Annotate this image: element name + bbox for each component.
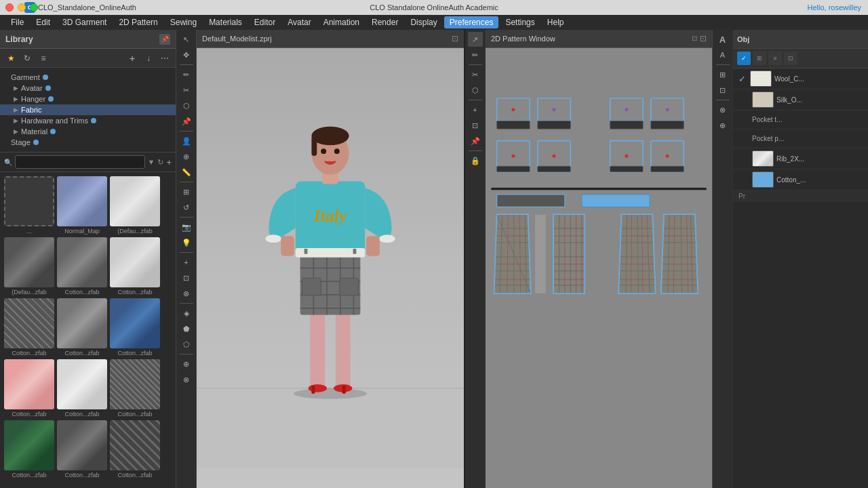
tool-garment-add[interactable]: + (179, 255, 194, 270)
tool-extra1[interactable]: ◈ (179, 306, 194, 321)
menu-preferences[interactable]: Preferences (444, 16, 499, 28)
tool-move[interactable]: ✥ (179, 47, 194, 62)
prop-swatch-0[interactable] (750, 70, 772, 87)
tool-2d-cut[interactable]: ✂ (468, 67, 483, 82)
menu-edit[interactable]: Edit (31, 16, 56, 28)
menu-animation[interactable]: Animation (318, 16, 365, 28)
menu-sewing[interactable]: Sewing (165, 16, 202, 28)
lib-nav-menu[interactable]: ≡ (37, 52, 50, 65)
tool-pose[interactable]: ⊕ (179, 149, 194, 164)
tool-2d-select[interactable]: ↗ (468, 32, 483, 47)
tool-2d-sew[interactable]: ⬡ (468, 83, 483, 98)
list-item[interactable]: (Defau...zfab (110, 176, 160, 235)
prop-swatch-5[interactable] (752, 171, 774, 188)
search-input[interactable] (15, 155, 145, 169)
prop-swatch-4[interactable] (752, 150, 774, 167)
list-item[interactable]: Cotton...zfab (57, 420, 107, 479)
tool-2d-edit[interactable]: ✏ (468, 47, 483, 62)
menu-avatar[interactable]: Avatar (282, 16, 316, 28)
tree-garment[interactable]: Garment (0, 72, 176, 83)
tool-cut[interactable]: ✂ (179, 83, 194, 98)
menu-3d-garment[interactable]: 3D Garment (57, 16, 112, 28)
view-3d-title: Default_Modelist.zprj (202, 35, 272, 43)
tree-avatar[interactable]: ▶ Avatar (0, 83, 176, 94)
tree-material[interactable]: ▶ Material (0, 126, 176, 137)
tool-sew[interactable]: ⬡ (179, 98, 194, 113)
list-item[interactable]: Cotton...zfab (57, 237, 107, 296)
view-3d-maximize[interactable]: ⊡ (452, 34, 458, 43)
prop-tab-0[interactable]: ✓ (737, 52, 751, 65)
tool-2d-align[interactable]: ⊡ (715, 83, 730, 98)
tool-2d-lock[interactable]: 🔒 (468, 153, 483, 168)
tool-2d-arrange2[interactable]: ⊕ (715, 118, 730, 133)
list-item[interactable]: Cotton...zfab (110, 237, 160, 296)
close-button[interactable] (5, 3, 14, 12)
prop-tab-1[interactable]: ⊞ (753, 52, 766, 65)
view-2d-viewport[interactable] (486, 48, 712, 488)
tree-fabric[interactable]: ▶ Fabric (0, 104, 176, 115)
lib-nav-refresh[interactable]: ↻ (20, 52, 34, 65)
list-item[interactable]: ... (4, 176, 54, 235)
menu-help[interactable]: Help (542, 16, 570, 28)
lib-nav-add[interactable]: + (125, 52, 139, 65)
tool-light[interactable]: 💡 (179, 235, 194, 250)
tool-weld[interactable]: ⊕ (179, 357, 194, 371)
tool-2d-text-a2[interactable]: A (715, 47, 730, 62)
tool-extra3[interactable]: ⬠ (179, 337, 194, 352)
tool-2d-text-a1[interactable]: A (715, 32, 730, 47)
menu-materials[interactable]: Materials (203, 16, 248, 28)
tree-hardware[interactable]: ▶ Hardware and Trims (0, 115, 176, 126)
tool-arrange[interactable]: ⊞ (179, 184, 194, 199)
list-item[interactable]: Cotton...zfab (110, 359, 160, 418)
maximize-button[interactable] (30, 3, 38, 12)
search-filter-icon[interactable]: ▼ (148, 158, 155, 166)
list-item[interactable]: Cotton...zfab (4, 298, 54, 357)
tool-2d-grid[interactable]: ⊞ (715, 67, 730, 82)
refresh-icon[interactable]: ↻ (157, 158, 163, 167)
tool-camera[interactable]: 📷 (179, 220, 194, 235)
menu-editor[interactable]: Editor (249, 16, 281, 28)
tool-select[interactable]: ↖ (179, 32, 194, 47)
view-2d-maximize[interactable]: ⊡ (700, 34, 707, 43)
lib-nav-import[interactable]: ↓ (142, 52, 155, 65)
menu-2d-pattern[interactable]: 2D Pattern (113, 16, 163, 28)
list-item[interactable]: Cotton...zfab (4, 420, 54, 479)
tree-hanger[interactable]: ▶ Hanger (0, 94, 176, 104)
menu-settings[interactable]: Settings (500, 16, 540, 28)
prop-tab-3[interactable]: ⊡ (784, 52, 797, 65)
tool-reset[interactable]: ↺ (179, 200, 194, 215)
tool-snap[interactable]: ⊗ (179, 372, 194, 387)
tool-fold[interactable]: ⊡ (179, 270, 194, 285)
list-item[interactable]: Cotton...zfab (4, 359, 54, 418)
tool-edit-pattern[interactable]: ✏ (179, 67, 194, 82)
prop-swatch-1[interactable] (752, 92, 774, 108)
list-item[interactable]: Cotton...zfab (110, 298, 160, 357)
list-item[interactable]: Cotton...zfab (57, 298, 107, 357)
menu-display[interactable]: Display (405, 16, 442, 28)
tool-extra2[interactable]: ⬟ (179, 321, 194, 336)
tool-2d-add[interactable]: + (468, 102, 483, 117)
menu-render[interactable]: Render (366, 16, 403, 28)
tool-measure[interactable]: 📏 (179, 165, 194, 180)
lib-nav-star[interactable]: ★ (4, 52, 18, 65)
tool-2d-expand[interactable]: ⊗ (715, 102, 730, 117)
svg-point-2 (294, 388, 367, 399)
tool-pin[interactable]: 📌 (179, 114, 194, 129)
tool-2d-pin[interactable]: 📌 (468, 134, 483, 148)
tree-stage[interactable]: Stage (0, 137, 176, 148)
tool-mirror[interactable]: ⊗ (179, 286, 194, 301)
tool-2d-fold[interactable]: ⊡ (468, 118, 483, 133)
list-item[interactable]: Cotton...zfab (110, 420, 160, 479)
minimize-button[interactable] (18, 3, 26, 12)
pin-icon[interactable]: 📌 (159, 34, 170, 45)
prop-tab-2[interactable]: ≡ (768, 52, 782, 65)
menu-file[interactable]: File (5, 16, 29, 28)
lib-nav-more[interactable]: ⋯ (158, 52, 172, 65)
add-icon[interactable]: + (166, 157, 172, 167)
list-item[interactable]: Normal_Map (57, 176, 107, 235)
list-item[interactable]: (Defau...zfab (4, 237, 54, 296)
tool-avatar[interactable]: 👤 (179, 134, 194, 148)
list-item[interactable]: Cotton...zfab (57, 359, 107, 418)
view-3d-viewport[interactable]: Italy (197, 48, 464, 488)
view-2d-extra-icon[interactable]: ⊡ (692, 35, 697, 42)
